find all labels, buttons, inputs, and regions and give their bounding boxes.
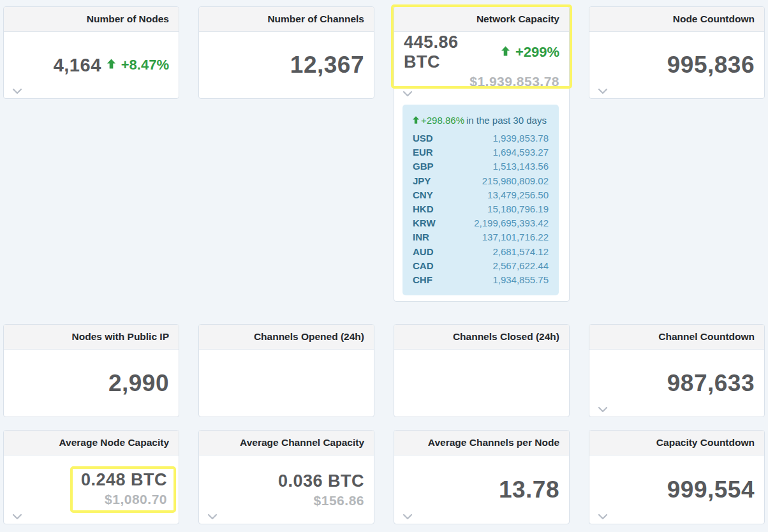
card-title: Number of Nodes	[4, 7, 179, 32]
currency-code: GBP	[413, 159, 434, 174]
channels-opened-card: Channels Opened (24h)	[198, 324, 374, 417]
node-countdown-value: 995,836	[667, 52, 755, 78]
card-title: Channel Countdown	[589, 325, 764, 350]
capacity-countdown-value: 999,554	[667, 477, 755, 503]
card-body: 999,554	[589, 455, 764, 524]
card-title: Average Channel Capacity	[199, 431, 374, 455]
avg-channels-per-node-value: 13.78	[499, 477, 559, 503]
stats-row-2: Nodes with Public IP 2,990 Channels Open…	[3, 324, 765, 417]
card-title: Channels Closed (24h)	[394, 325, 569, 350]
rate-row: INR 137,101,716.22	[413, 230, 549, 244]
currency-value: 13,479,256.50	[487, 188, 549, 202]
card-body: 0.248 BTC $1,080.70	[4, 455, 179, 524]
currency-value: 2,567,622.44	[492, 259, 549, 273]
avg-node-capacity-fiat: $1,080.70	[105, 492, 167, 507]
node-countdown-column: Node Countdown 995,836	[589, 6, 765, 99]
chevron-down-icon[interactable]	[207, 514, 218, 520]
chevron-down-icon[interactable]	[12, 88, 22, 94]
currency-code: EUR	[413, 145, 433, 159]
network-capacity-card: Network Capacity 445.86 BTC +299% $1,939…	[394, 6, 570, 302]
channels-closed-column: Channels Closed (24h)	[394, 324, 570, 417]
rate-row: GBP 1,513,143.56	[413, 159, 549, 174]
card-body: 2,990	[4, 350, 179, 417]
card-title: Nodes with Public IP	[4, 325, 179, 350]
currency-code: CAD	[413, 259, 434, 273]
currency-value: 1,934,855.75	[492, 273, 549, 287]
capacity-btc-value: 445.86 BTC	[404, 33, 496, 72]
card-body: 995,836	[589, 32, 764, 98]
card-title: Average Channels per Node	[394, 431, 569, 455]
channels-closed-card: Channels Closed (24h)	[394, 324, 570, 417]
rate-row: AUD 2,681,574.12	[413, 245, 549, 259]
avg-channels-per-node-column: Average Channels per Node 13.78	[394, 430, 570, 524]
rate-row: CNY 13,479,256.50	[413, 188, 549, 202]
node-countdown-card: Node Countdown 995,836	[589, 6, 765, 99]
currency-value: 137,101,716.22	[482, 230, 549, 244]
currency-code: CNY	[413, 188, 433, 202]
card-body	[394, 350, 569, 417]
capacity-countdown-card: Capacity Countdown 999,554	[589, 430, 765, 524]
change-percent: +298.86%	[421, 115, 464, 126]
rate-row: USD 1,939,853.78	[413, 131, 549, 145]
highlight-box-avg-node-capacity: 0.248 BTC $1,080.70	[70, 466, 176, 513]
arrow-up-icon	[501, 46, 510, 59]
currency-value: 1,939,853.78	[492, 131, 549, 145]
capacity-change-summary: +298.86% in the past 30 days	[413, 115, 549, 126]
currency-value: 2,199,695,393.42	[474, 216, 549, 230]
nodes-public-ip-card: Nodes with Public IP 2,990	[3, 324, 179, 417]
currency-value: 1,694,593.27	[492, 145, 549, 159]
currency-conversion-panel: +298.86% in the past 30 days USD 1,939,8…	[402, 105, 559, 295]
number-of-nodes-column: Number of Nodes 4,164 +8.47%	[3, 6, 179, 99]
chevron-down-icon[interactable]	[598, 514, 608, 520]
avg-channel-capacity-card: Average Channel Capacity 0.036 BTC $156.…	[198, 430, 374, 524]
channel-countdown-card: Channel Countdown 987,633	[589, 324, 765, 417]
currency-value: 2,681,574.12	[492, 245, 549, 259]
card-title: Node Countdown	[589, 7, 764, 32]
nodes-public-ip-value: 2,990	[108, 370, 169, 397]
card-body: 12,367	[199, 32, 374, 98]
capacity-change: +299%	[515, 44, 559, 61]
chevron-down-icon[interactable]	[394, 89, 569, 100]
currency-code: HKD	[413, 202, 434, 216]
avg-channel-capacity-fiat: $156.86	[314, 493, 364, 508]
avg-node-capacity-btc: 0.248 BTC	[81, 470, 167, 490]
arrow-up-icon	[413, 115, 419, 126]
stats-row-1: Number of Nodes 4,164 +8.47% Number of C…	[3, 0, 765, 302]
stats-row-3: Average Node Capacity 0.248 BTC $1,080.7…	[3, 430, 765, 524]
currency-value: 1,513,143.56	[492, 159, 549, 174]
avg-channels-per-node-card: Average Channels per Node 13.78	[394, 430, 570, 524]
currency-code: INR	[413, 230, 429, 244]
capacity-countdown-column: Capacity Countdown 999,554	[589, 430, 765, 524]
currency-code: KRW	[413, 216, 436, 230]
card-body: 987,633	[589, 350, 764, 417]
rate-row: KRW 2,199,695,393.42	[413, 216, 549, 230]
number-of-channels-card: Number of Channels 12,367	[198, 6, 374, 99]
card-body: 13.78	[394, 455, 569, 524]
currency-code: AUD	[413, 245, 434, 259]
currency-code: CHF	[413, 273, 432, 287]
card-body: 4,164 +8.47%	[4, 32, 179, 98]
rate-row: CAD 2,567,622.44	[413, 259, 549, 273]
nodes-change: +8.47%	[121, 57, 169, 73]
avg-node-capacity-card: Average Node Capacity 0.248 BTC $1,080.7…	[3, 430, 179, 524]
channel-countdown-column: Channel Countdown 987,633	[589, 324, 765, 417]
number-of-channels-column: Number of Channels 12,367	[198, 6, 374, 99]
chevron-down-icon[interactable]	[402, 514, 413, 520]
nodes-value: 4,164	[54, 55, 101, 76]
rate-row: HKD 15,180,796.19	[413, 202, 549, 216]
rate-row: CHF 1,934,855.75	[413, 273, 549, 287]
network-capacity-column: Network Capacity 445.86 BTC +299% $1,939…	[394, 6, 570, 302]
channel-countdown-value: 987,633	[667, 370, 755, 397]
chevron-down-icon[interactable]	[12, 514, 22, 520]
card-title: Channels Opened (24h)	[199, 325, 374, 350]
card-title: Number of Channels	[199, 7, 374, 32]
avg-node-capacity-column: Average Node Capacity 0.248 BTC $1,080.7…	[3, 430, 179, 524]
currency-value: 215,980,809.02	[482, 174, 549, 188]
chevron-down-icon[interactable]	[598, 406, 608, 413]
card-body: 445.86 BTC +299% $1,939,853.78	[394, 32, 569, 89]
chevron-down-icon[interactable]	[598, 88, 608, 94]
card-title: Average Node Capacity	[4, 431, 179, 455]
currency-code: USD	[413, 131, 433, 145]
channels-opened-column: Channels Opened (24h)	[198, 324, 374, 417]
number-of-nodes-card: Number of Nodes 4,164 +8.47%	[3, 6, 179, 99]
